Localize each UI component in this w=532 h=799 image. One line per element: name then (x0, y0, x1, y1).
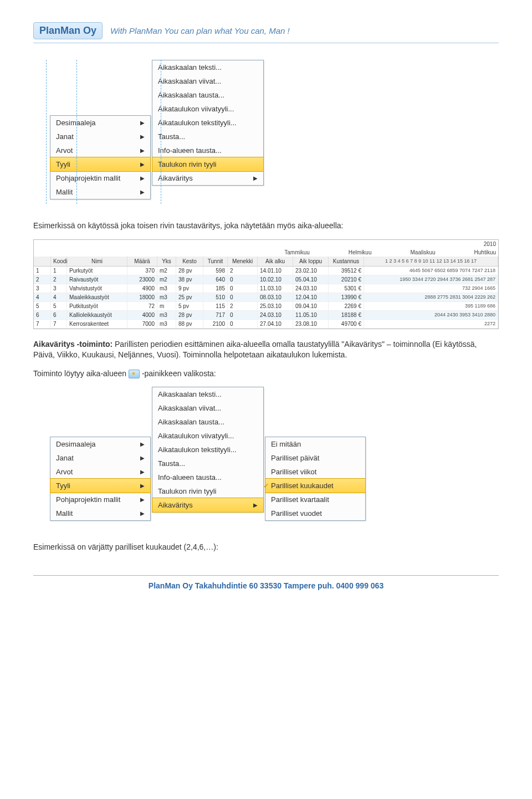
menu-item-label: Info-alueen tausta... (158, 473, 222, 482)
chevron-right-icon: ▶ (140, 455, 145, 461)
menu2-right: Ei mitäänParilliset päivätParilliset vii… (265, 437, 366, 521)
menu-item-label: Taulukon rivin tyyli (158, 160, 217, 168)
menu-item-label: Tausta... (158, 459, 185, 468)
paragraph-2: Aikaväritys -toiminto: Parillisten perio… (33, 339, 499, 361)
menu-item[interactable]: Desimaaleja▶ (50, 116, 150, 130)
menu-item-label: Tausta... (158, 132, 185, 141)
menu-item-label: Aikaskaalan viivat... (158, 404, 221, 412)
menu-item-label: Aikataulukon viivatyyli... (158, 105, 234, 113)
menu-item[interactable]: Tausta... (152, 457, 263, 470)
menu-item[interactable]: Arvot▶ (50, 465, 150, 479)
menu-item[interactable]: Parilliset kuukaudet (265, 478, 366, 493)
chevron-right-icon: ▶ (140, 496, 145, 503)
paragraph-3: Toiminto löytyy aika-alueen -painikkeen … (33, 368, 499, 380)
menu-item-label: Aikaväritys (158, 501, 193, 509)
menu-item[interactable]: Aikataulukon tekstityyli... (152, 443, 263, 457)
menu-item[interactable]: Aikaväritys▶ (152, 498, 264, 513)
menu-item[interactable]: Info-alueen tausta... (152, 144, 263, 157)
table-header: Koodi Nimi Määrä Yks Kesto Tunnit Menekk… (34, 257, 498, 267)
menu-item[interactable]: Taulukon rivin tyyli (152, 157, 264, 172)
table-row: 44Maaleikkaustyöt18000m325 pv510008.03.1… (34, 293, 498, 302)
menu-item[interactable]: Tyyli▶ (50, 157, 151, 172)
chevron-right-icon: ▶ (140, 189, 145, 195)
table-body: 11Purkutyöt370m228 pv598214.01.1023.02.1… (34, 267, 498, 329)
menu-item[interactable]: Mallit▶ (50, 506, 150, 520)
menu-item-label: Mallit (56, 509, 73, 518)
palette-icon[interactable] (129, 370, 140, 378)
menu-item-label: Parilliset vuodet (271, 509, 322, 518)
timeline-numbers: 1 2 3 4 5 6 7 8 9 10 11 12 13 14 15 16 1… (364, 257, 498, 266)
menu-item[interactable]: Parilliset vuodet (265, 506, 365, 520)
menu-item-label: Aikaskaalan tausta... (158, 418, 224, 426)
menu-item[interactable]: Aikaskaalan tausta... (152, 415, 263, 429)
menu-item[interactable]: Desimaaleja▶ (50, 437, 150, 451)
menu-item[interactable]: Aikataulukon viivatyyli... (152, 429, 263, 443)
table-row: 66Kallioleikkaustyöt4000m328 pv717024.03… (34, 311, 498, 320)
menu-item[interactable]: Janat▶ (50, 130, 150, 144)
menu-item-label: Arvot (56, 146, 73, 155)
logo-text: PlanMan Oy (39, 25, 96, 36)
menu-item-label: Aikataulukon viivatyyli... (158, 432, 234, 440)
menu-item-label: Tyyli (56, 482, 70, 490)
menu-item[interactable]: Mallit▶ (50, 185, 150, 199)
menu-item-label: Desimaaleja (56, 440, 96, 448)
menu-item[interactable]: Parilliset päivät (265, 451, 365, 465)
menu-screenshot-2: Desimaaleja▶Janat▶Arvot▶Tyyli▶Pohjaproje… (33, 387, 499, 531)
chevron-right-icon: ▶ (253, 502, 258, 508)
chevron-right-icon: ▶ (140, 175, 145, 181)
para3-b: -painikkeen valikosta: (142, 369, 216, 378)
table-row: 22Raivaustyöt23000m238 pv640010.02.1005.… (34, 275, 498, 284)
menu-item-label: Parilliset kuukaudet (271, 482, 334, 490)
table-row: 55Putkitustyöt72m5 pv115225.03.1009.04.1… (34, 302, 498, 311)
menu-item[interactable]: Aikaväritys▶ (152, 171, 263, 185)
menu-item-label: Pohjaprojektin mallit (56, 174, 120, 182)
menu-item-label: Aikaskaalan teksti... (158, 63, 222, 71)
table-row: 33Vahvistustyöt4900m39 pv185011.03.1024.… (34, 284, 498, 293)
menu-item[interactable]: Pohjaprojektin mallit▶ (50, 493, 150, 506)
menu-item[interactable]: Aikaskaalan tausta... (152, 88, 263, 102)
chevron-right-icon: ▶ (140, 120, 145, 126)
menu-item[interactable]: Taulukon rivin tyyli (152, 484, 263, 498)
menu-item[interactable]: Tausta... (152, 130, 263, 144)
menu-item[interactable]: Parilliset viikot (265, 465, 365, 479)
menu-item-label: Aikataulukon tekstityyli... (158, 445, 237, 454)
chevron-right-icon: ▶ (253, 175, 258, 181)
menu-item[interactable]: Pohjaprojektin mallit▶ (50, 171, 150, 185)
menu-item[interactable]: Parilliset kvartaalit (265, 493, 365, 506)
menu-item[interactable]: Aikataulukon viivatyyli... (152, 102, 263, 116)
menu-item[interactable]: Aikataulukon tekstityyli... (152, 116, 263, 130)
menu-item-label: Info-alueen tausta... (158, 146, 222, 155)
paragraph-4: Esimerkissä on värjätty parilliset kuuka… (33, 542, 499, 553)
menu-item[interactable]: Tyyli▶ (50, 478, 151, 493)
menu-item[interactable]: Aikaskaalan teksti... (152, 387, 263, 401)
menu-item[interactable]: Ei mitään (265, 437, 365, 451)
menu-item-label: Desimaaleja (56, 119, 96, 127)
menu-item[interactable]: Arvot▶ (50, 144, 150, 157)
menu-item-label: Tyyli (56, 160, 70, 168)
menu-item-label: Parilliset kvartaalit (271, 495, 329, 504)
menu-mid: Aikaskaalan teksti...Aikaskaalan viivat.… (152, 60, 264, 186)
logo: PlanMan Oy (33, 22, 103, 39)
months-row: Tammikuu Helmikuu Maaliskuu Huhtikuu (34, 248, 498, 257)
menu-item[interactable]: Info-alueen tausta... (152, 470, 263, 484)
menu-item-label: Janat (56, 454, 74, 462)
slogan: With PlanMan You can plan what You can, … (110, 26, 290, 35)
table-row: 11Purkutyöt370m228 pv598214.01.1023.02.1… (34, 267, 498, 275)
menu-item[interactable]: Aikaskaalan viivat... (152, 74, 263, 88)
menu-item-label: Ei mitään (271, 440, 301, 448)
menu-item[interactable]: Aikaskaalan teksti... (152, 60, 263, 74)
menu-item-label: Aikataulukon tekstityyli... (158, 119, 237, 127)
menu-item-label: Pohjaprojektin mallit (56, 495, 120, 504)
menu-item-label: Arvot (56, 468, 73, 476)
menu-item[interactable]: Janat▶ (50, 451, 150, 465)
chevron-right-icon: ▶ (140, 469, 145, 475)
menu-item[interactable]: Aikaskaalan viivat... (152, 401, 263, 415)
menu-item-label: Mallit (56, 188, 73, 196)
menu-item-label: Parilliset viikot (271, 468, 316, 476)
data-table: 2010 Tammikuu Helmikuu Maaliskuu Huhtiku… (33, 239, 499, 329)
menu-item-label: Janat (56, 132, 74, 141)
para2-lead: Aikaväritys -toiminto: (33, 340, 112, 349)
menu-item-label: Aikaväritys (158, 174, 193, 182)
year-label: 2010 (484, 241, 496, 247)
menu-item-label: Parilliset päivät (271, 454, 319, 462)
